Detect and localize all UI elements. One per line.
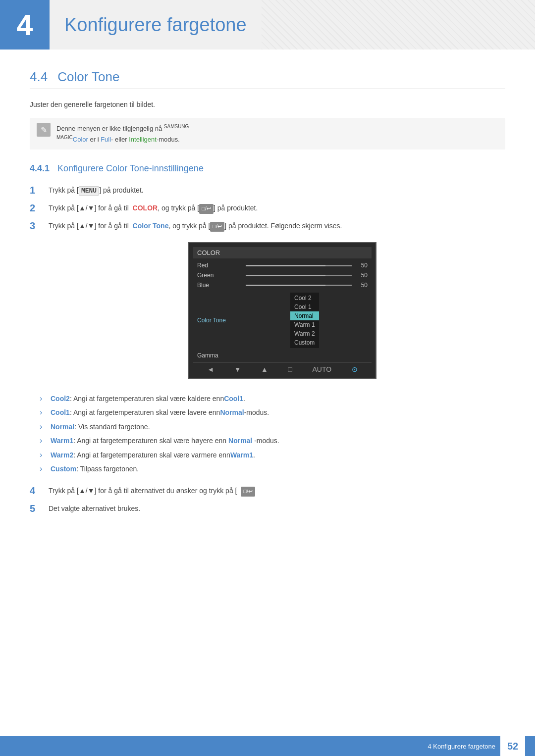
dropdown-custom: Custom: [290, 338, 319, 347]
chapter-number: 4: [0, 0, 50, 50]
step-1-num: 1: [30, 184, 41, 197]
dropdown-normal: Normal: [290, 311, 319, 320]
color-label: COLOR: [133, 204, 158, 212]
bullet-warm2: › Warm2: Angi at fargetemperaturen skal …: [40, 450, 505, 460]
note-color-brand: Color: [73, 136, 88, 144]
step-1-text: Trykk på [MENU] på produktet.: [49, 184, 505, 197]
bullet-dot-1: ›: [40, 393, 46, 404]
bullet-dot-3: ›: [40, 421, 46, 432]
menu-key: MENU: [79, 186, 99, 196]
bullet-text-cool2: Cool2: Angi at fargetemperaturen skal væ…: [51, 393, 245, 404]
monitor-label-red: Red: [197, 262, 242, 269]
monitor-value-green: 50: [356, 272, 368, 279]
step-4-text: Trykk på [▲/▼] for å gå til alternativet…: [49, 484, 505, 497]
enter-btn-1: □/↩: [199, 204, 214, 214]
chapter-header: 4 Konfigurere fargetone: [0, 0, 535, 50]
note-text: Denne menyen er ikke tilgjengelig nå SAM…: [56, 123, 189, 145]
monitor-label-green: Green: [197, 272, 242, 279]
step-5: 5 Det valgte alternativet brukes.: [30, 502, 505, 515]
monitor-label-colortone: Color Tone: [197, 317, 242, 324]
dropdown-cool2: Cool 2: [290, 294, 319, 302]
monitor-slider-green: [246, 275, 352, 276]
chapter-header-decoration: [262, 0, 535, 50]
term-ref-warm1: Warm1: [230, 451, 253, 459]
term-cool2: Cool2: [51, 395, 70, 403]
bullet-warm1: › Warm1: Angi at fargetemperaturen skal …: [40, 435, 505, 446]
monitor-label-blue: Blue: [197, 282, 242, 289]
bullet-text-cool1: Cool1: Angi at fargetemperaturen skal væ…: [51, 407, 269, 418]
monitor-row-blue: Blue 50: [193, 280, 372, 290]
bullet-text-warm2: Warm2: Angi at fargetemperaturen skal væ…: [51, 450, 255, 460]
monitor-fill-green: [246, 275, 325, 276]
subsection-title: Konfigurere Color Tone-innstillingene: [57, 163, 204, 174]
bullet-dot-6: ›: [40, 463, 46, 474]
bullet-normal: › Normal: Vis standard fargetone.: [40, 421, 505, 432]
term-cool1: Cool1: [51, 408, 70, 416]
monitor-label-gamma: Gamma: [197, 352, 242, 359]
nav-down-icon: ▼: [234, 365, 241, 373]
note-icon: [37, 123, 51, 137]
description-text: Juster den generelle fargetonen til bild…: [30, 99, 505, 110]
step-4: 4 Trykk på [▲/▼] for å gå til alternativ…: [30, 484, 505, 497]
note-pre: Denne menyen er ikke tilgjengelig nå: [56, 125, 164, 133]
enter-btn-2: □/↩: [210, 222, 224, 232]
step-3-num: 3: [30, 219, 41, 232]
monitor-row-colortone: Color Tone Cool 2 Cool 1 Normal Warm 1 W…: [193, 290, 372, 351]
dropdown-warm1: Warm 1: [290, 320, 319, 329]
monitor-value-red: 50: [356, 262, 368, 269]
bullet-cool1: › Cool1: Angi at fargetemperaturen skal …: [40, 407, 505, 418]
note-full: Full: [101, 136, 111, 144]
section-heading: 4.4 Color Tone: [30, 69, 505, 89]
step-2-num: 2: [30, 202, 41, 214]
monitor-display-icon: □: [288, 365, 292, 373]
term-warm2: Warm2: [51, 451, 73, 459]
final-steps: 4 Trykk på [▲/▼] for å gå til alternativ…: [30, 484, 505, 515]
monitor-slider-red: [246, 265, 352, 266]
note-box: Denne menyen er ikke tilgjengelig nå SAM…: [30, 118, 505, 150]
term-custom: Custom: [51, 465, 76, 473]
term-ref-cool1: Cool1: [224, 395, 243, 403]
page-footer: 4 Konfigurere fargetone 52: [0, 736, 535, 756]
term-normal: Normal: [51, 423, 74, 431]
bullet-custom: › Custom: Tilpass fargetonen.: [40, 463, 505, 474]
step-2-text: Trykk på [▲/▼] for å gå til COLOR, og tr…: [49, 202, 505, 214]
monitor-fill-blue: [246, 285, 325, 286]
monitor-screen: COLOR Red 50 Green 50 Blue: [188, 242, 376, 379]
monitor-container: COLOR Red 50 Green 50 Blue: [59, 242, 505, 379]
main-content: 4.4 Color Tone Juster den generelle farg…: [0, 69, 535, 559]
nav-up-icon: ▲: [261, 365, 268, 373]
note-mid: er i: [88, 136, 101, 144]
note-post: -modus.: [157, 136, 180, 144]
section-title: Color Tone: [57, 69, 119, 85]
note-between: - eller: [111, 136, 129, 144]
bullet-text-custom: Custom: Tilpass fargetonen.: [51, 463, 139, 474]
step-4-num: 4: [30, 484, 41, 497]
step-1: 1 Trykk på [MENU] på produktet.: [30, 184, 505, 197]
dropdown-warm2: Warm 2: [290, 329, 319, 338]
term-ref-normal2: Normal: [228, 437, 252, 445]
note-intelligent: Intelligent: [129, 136, 157, 144]
steps-list: 1 Trykk på [MENU] på produktet. 2 Trykk …: [30, 184, 505, 232]
step-5-text: Det valgte alternativet brukes.: [49, 502, 505, 514]
step-3: 3 Trykk på [▲/▼] for å gå til Color Tone…: [30, 219, 505, 232]
monitor-dropdown: Cool 2 Cool 1 Normal Warm 1 Warm 2 Custo…: [290, 293, 319, 348]
footer-chapter-label: 4 Konfigurere fargetone: [428, 743, 495, 750]
monitor-row-gamma: Gamma: [193, 351, 372, 360]
bullet-dot-4: ›: [40, 435, 46, 446]
bullet-dot-5: ›: [40, 450, 46, 460]
chapter-title: Konfigurere fargetone: [50, 0, 262, 50]
nav-left-icon: ◄: [207, 365, 214, 373]
section-number: 4.4: [30, 69, 48, 85]
color-tone-label: Color Tone: [133, 222, 169, 230]
monitor-title-bar: COLOR: [193, 247, 372, 258]
monitor-power-icon: ⊙: [352, 365, 358, 373]
subsection-number: 4.4.1: [30, 163, 50, 174]
bullet-dot-2: ›: [40, 407, 46, 418]
bullet-text-normal: Normal: Vis standard fargetone.: [51, 421, 150, 432]
term-warm1: Warm1: [51, 437, 73, 445]
monitor-row-green: Green 50: [193, 270, 372, 280]
step-2: 2 Trykk på [▲/▼] for å gå til COLOR, og …: [30, 202, 505, 214]
step-3-text: Trykk på [▲/▼] for å gå til Color Tone, …: [49, 219, 505, 232]
footer-page-number: 52: [500, 736, 525, 756]
bullet-cool2: › Cool2: Angi at fargetemperaturen skal …: [40, 393, 505, 404]
